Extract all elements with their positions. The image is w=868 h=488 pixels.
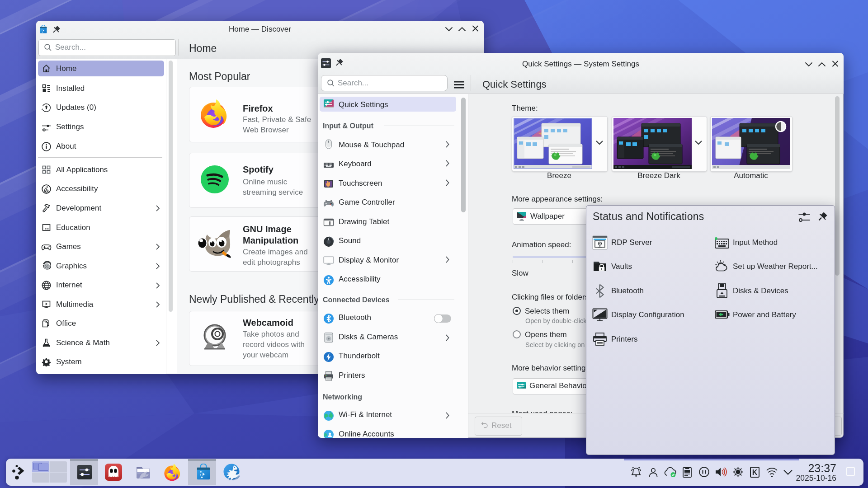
svg-text:K: K xyxy=(752,469,758,476)
